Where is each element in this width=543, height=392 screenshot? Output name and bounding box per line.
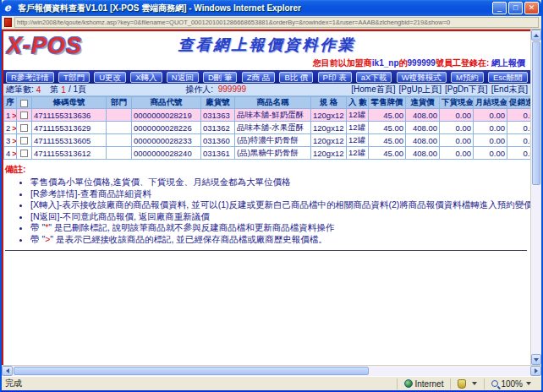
login-status: 您目前以加盟商ik1_np的999999號員工登錄在: 網上報價 (313, 57, 525, 69)
browser-window: e 客戶報價資料查看V1.01 [X-POS 雲端商務網] - Windows … (0, 0, 543, 392)
table-row[interactable]: 4>47111553136120000000028240031361(品)黑糖牛… (4, 147, 531, 160)
toolbar-button-m[interactable]: M預約 (451, 72, 484, 83)
monthly-cell: 0.00 (474, 122, 507, 134)
row-checkbox[interactable] (20, 150, 28, 157)
separator-line (5, 250, 527, 251)
protection-icon (458, 379, 466, 389)
cost-cell: 408.00 (406, 122, 440, 134)
login-merchant: ik1_np (372, 58, 399, 68)
spec-cell: 120gx12 (311, 109, 347, 122)
zone-label: Internet (415, 379, 444, 389)
internet-globe-icon (404, 379, 413, 388)
toolbar-button-b[interactable]: B比 價 (279, 72, 313, 83)
protection-panel[interactable] (450, 378, 484, 389)
zone-panel: Internet (397, 378, 451, 389)
status-bar: 完成 Internet 100% (2, 376, 541, 390)
page-prefix: 第 (50, 84, 58, 95)
column-header: 商品代號 (132, 97, 201, 109)
minimize-button[interactable]: _ (492, 2, 507, 14)
magnifier-icon (491, 380, 498, 387)
login-module: 網上報價 (491, 58, 525, 68)
spec-cell: 120gx12 (311, 147, 347, 160)
zoom-caret-icon (526, 382, 531, 385)
row-checkbox[interactable] (20, 137, 28, 144)
vendor_no-cell: 031363 (201, 109, 235, 122)
pack-cell: 12罐 (347, 122, 369, 134)
url-input[interactable]: http://win2008/te/qoute/kshomz.asp?key=0… (14, 17, 539, 28)
row-checkbox[interactable] (20, 124, 28, 132)
toolbar-button-w[interactable]: W複雜模式 (397, 72, 447, 83)
seq-cell: 3> (4, 134, 17, 147)
table-row[interactable]: 2>47111553136290000000028226031362品味本舖-水… (4, 122, 531, 134)
close-button[interactable]: ✕ (524, 2, 539, 14)
table-row[interactable]: 3>47111553136050000000028233031360(品)特濃牛… (4, 134, 531, 147)
title-bar: e 客戶報價資料查看V1.01 [X-POS 雲端商務網] - Windows … (2, 0, 541, 16)
toolbar-button-p[interactable]: P印 表 (318, 72, 352, 83)
toolbar-button-e[interactable]: Esc離開 (488, 72, 528, 83)
horizontal-scrollbar[interactable] (2, 365, 541, 376)
dept-cell (107, 109, 132, 122)
column-header: 序 (4, 97, 17, 109)
scroll-right-icon[interactable] (530, 366, 541, 376)
cash-cell: 0.00 (440, 109, 474, 122)
maximize-button[interactable]: □ (508, 2, 523, 14)
scroll-down-icon[interactable] (531, 354, 541, 365)
page-nav-link[interactable]: [End末頁] (491, 84, 528, 94)
received-flag: > (10, 111, 16, 120)
toolbar-button-n[interactable]: N返回 (167, 72, 199, 83)
notes-label: 備註: (5, 164, 26, 174)
toolbar-button-t[interactable]: T部門 (58, 72, 90, 83)
vertical-scroll-thumb[interactable] (532, 41, 540, 185)
toolbar-button-a[interactable]: aX下載 (356, 72, 392, 83)
row-checkbox[interactable] (20, 112, 28, 119)
note-text: 帶 " (30, 234, 45, 244)
toolbar-button-z[interactable]: Z商 品 (242, 72, 275, 83)
page-nav-link[interactable]: [PgDn下頁] (445, 84, 488, 94)
name-cell: (品)黑糖牛奶骨餅 (235, 147, 311, 160)
toolbar-button-r[interactable]: R參考詳情 (6, 72, 54, 83)
toolbar-button-u[interactable]: U更改 (94, 72, 126, 83)
login-suffix: 號員工登錄在: (436, 58, 491, 68)
notes-list: 零售價為小單位價格,進貨價、下貨現金、月結現金都為大單位價格[R參考詳情]-查看… (30, 177, 527, 245)
note-text: [R參考詳情]-查看商品詳細資料 (30, 188, 151, 199)
monthly-cell: 0.00 (474, 109, 507, 122)
zoom-control[interactable]: 100% (484, 378, 538, 389)
page-nav-link[interactable]: [Home首頁] (351, 84, 395, 94)
barcode-cell: 4711155313629 (32, 122, 107, 134)
checkbox-cell (17, 109, 32, 122)
note-item: [R參考詳情]-查看商品詳細資料 (30, 188, 527, 200)
operator-value: 999999 (216, 84, 249, 94)
table-row[interactable]: 1>47111553136360000000028219031363品味本舖-鮮… (4, 109, 531, 122)
total-label: 總筆數: (6, 84, 34, 95)
toolbar-button-d[interactable]: D刪 筆 (203, 72, 238, 83)
spec-cell: 120gx12 (311, 122, 347, 134)
column-header: 商品名稱 (235, 97, 311, 109)
select-all-checkbox[interactable] (20, 100, 28, 107)
scroll-left-icon[interactable] (2, 366, 13, 376)
scroll-up-icon[interactable] (531, 30, 541, 41)
retail-cell: 45.00 (369, 109, 406, 122)
column-header: 規 格 (311, 97, 347, 109)
zoom-level: 100% (501, 379, 523, 389)
dept-cell (107, 122, 132, 134)
column-header: 廠貨號 (201, 97, 235, 109)
note-item: 帶 "*" 是已刪除標記, 說明該筆商品就不參與反建商品檔和更新商品檔資料操作 (30, 222, 527, 234)
code-cell: 0000000028240 (132, 147, 201, 160)
page-title: 查看網上報價資料作業 (3, 35, 530, 55)
page-content: X-POS 查看網上報價資料作業 您目前以加盟商ik1_np的999999號員工… (2, 30, 530, 365)
note-item: [N返回]-不同意此商品報價, 返回廠商重新議價 (30, 211, 527, 223)
dept-cell (107, 147, 132, 160)
window-title: 客戶報價資料查看V1.01 [X-POS 雲端商務網] - Windows In… (18, 3, 491, 14)
promo_cost-cell: 0.00 (507, 147, 531, 160)
note-text: 零售價為小單位價格,進貨價、下貨現金、月結現金都為大單位價格 (30, 177, 290, 187)
ie-logo-icon: e (4, 3, 15, 14)
page-nav-link[interactable]: [PgUp上頁] (398, 84, 442, 94)
status-done: 完成 (5, 378, 397, 389)
received-flag: > (10, 136, 16, 145)
vertical-scrollbar[interactable] (530, 30, 541, 365)
spec-cell: 120gx12 (311, 134, 347, 147)
toolbar-button-x[interactable]: X轉入 (130, 72, 162, 83)
horizontal-scroll-thumb[interactable] (14, 367, 369, 375)
retail-cell: 45.00 (369, 134, 406, 147)
column-header: 月結現金 (474, 97, 507, 109)
